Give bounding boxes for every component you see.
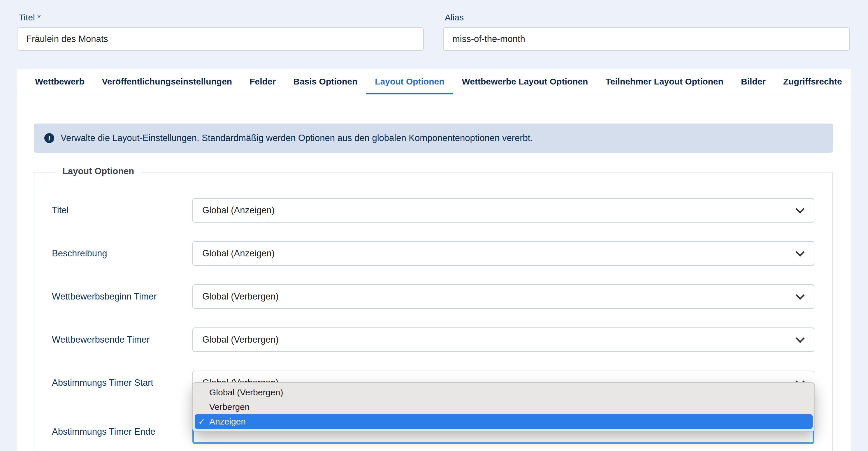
alias-label: Alias	[443, 12, 850, 23]
field-label-abstimmungs-timer-ende: Abstimmungs Timer Ende	[52, 426, 192, 437]
dropdown-option-label: Verbergen	[209, 402, 249, 412]
select-titel[interactable]: Global (Anzeigen)	[192, 198, 814, 223]
dropdown-option-anzeigen[interactable]: ✓ Anzeigen	[195, 414, 813, 429]
tab-felder[interactable]: Felder	[241, 69, 284, 94]
tab-basis-optionen[interactable]: Basis Optionen	[284, 69, 366, 94]
page: Titel * Alias Wettbewerb Veröffentlichun…	[0, 0, 868, 451]
chevron-down-icon	[796, 204, 804, 214]
chevron-down-icon	[796, 248, 804, 257]
alias-field-group: Alias	[443, 12, 850, 51]
header-fields: Titel * Alias	[0, 0, 868, 51]
field-label-wettbewerbsbeginn-timer: Wettbewerbsbeginn Timer	[52, 291, 192, 302]
tab-wettbewerbe-layout-optionen[interactable]: Wettbewerbe Layout Optionen	[453, 69, 597, 94]
select-value: Global (Anzeigen)	[202, 205, 275, 216]
tab-bilder[interactable]: Bilder	[732, 69, 774, 94]
titel-label: Titel *	[17, 12, 424, 23]
alias-input[interactable]	[443, 27, 850, 51]
select-beschreibung[interactable]: Global (Anzeigen)	[192, 241, 814, 266]
form-row-wettbewerbsende-timer: Wettbewerbsende Timer Global (Verbergen)	[52, 327, 814, 352]
field-label-wettbewerbsende-timer: Wettbewerbsende Timer	[52, 334, 192, 345]
tab-teilnehmer-layout-optionen[interactable]: Teilnehmer Layout Optionen	[597, 69, 732, 94]
select-value: Global (Verbergen)	[202, 291, 279, 302]
chevron-down-icon	[796, 334, 804, 343]
tab-layout-optionen[interactable]: Layout Optionen	[366, 69, 453, 94]
dropdown-option-global-verbergen[interactable]: Global (Verbergen)	[195, 385, 813, 400]
titel-input[interactable]	[17, 27, 424, 51]
field-label-abstimmungs-timer-start: Abstimmungs Timer Start	[52, 378, 192, 388]
chevron-down-icon	[796, 291, 804, 300]
dropdown-option-label: Anzeigen	[209, 417, 246, 426]
select-dropdown-menu: Global (Verbergen) Verbergen ✓ Anzeigen	[192, 382, 815, 432]
fieldset-legend: Layout Optionen	[55, 166, 141, 176]
info-alert: i Verwalte die Layout-Einstellungen. Sta…	[34, 124, 833, 153]
tab-veroeffentlichungseinstellungen[interactable]: Veröffentlichungseinstellungen	[93, 69, 241, 94]
info-alert-text: Verwalte die Layout-Einstellungen. Stand…	[61, 133, 533, 143]
select-wettbewerbsende-timer[interactable]: Global (Verbergen)	[192, 327, 814, 352]
select-value: Global (Anzeigen)	[202, 248, 275, 259]
field-label-beschreibung: Beschreibung	[52, 248, 192, 259]
form-row-beschreibung: Beschreibung Global (Anzeigen)	[52, 241, 814, 266]
dropdown-option-verbergen[interactable]: Verbergen	[195, 400, 813, 414]
select-value: Global (Verbergen)	[202, 334, 279, 345]
tab-zugriffsrechte[interactable]: Zugriffsrechte	[774, 69, 851, 94]
info-icon: i	[44, 133, 54, 143]
field-label-titel: Titel	[52, 205, 192, 216]
tab-bar: Wettbewerb Veröffentlichungseinstellunge…	[17, 69, 851, 94]
dropdown-option-label: Global (Verbergen)	[209, 387, 283, 397]
form-row-wettbewerbsbeginn-timer: Wettbewerbsbeginn Timer Global (Verberge…	[52, 284, 814, 309]
form-row-titel: Titel Global (Anzeigen)	[52, 198, 814, 223]
checkmark-icon: ✓	[198, 417, 209, 426]
titel-field-group: Titel *	[17, 12, 424, 51]
select-wettbewerbsbeginn-timer[interactable]: Global (Verbergen)	[192, 284, 814, 309]
tab-wettbewerb[interactable]: Wettbewerb	[26, 69, 93, 94]
